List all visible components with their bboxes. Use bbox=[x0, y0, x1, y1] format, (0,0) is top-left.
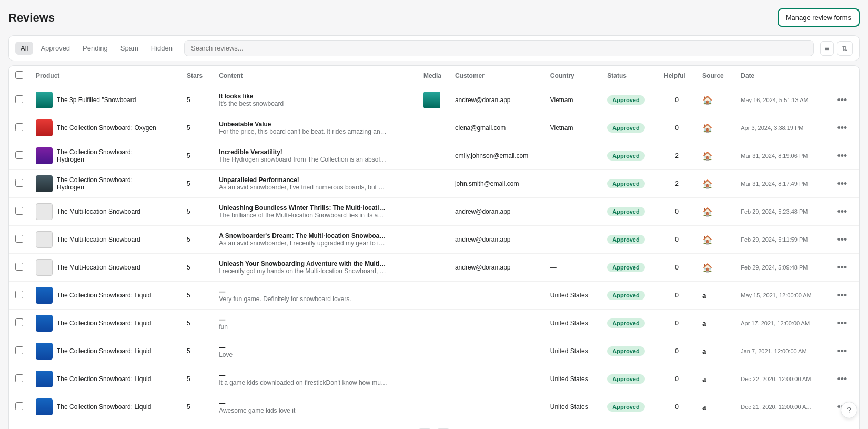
row-checkbox[interactable] bbox=[15, 346, 23, 354]
product-thumbnail bbox=[36, 147, 53, 164]
row-checkbox-cell[interactable] bbox=[9, 170, 29, 198]
row-checkbox-cell[interactable] bbox=[9, 142, 29, 170]
product-thumbnail bbox=[36, 259, 53, 276]
review-body: fun bbox=[219, 323, 387, 331]
product-name: The 3p Fulfilled "Snowboard bbox=[57, 96, 136, 104]
manage-review-forms-button[interactable]: Manage review forms bbox=[778, 8, 860, 27]
more-cell[interactable]: ••• bbox=[829, 86, 859, 114]
status-badge: Approved bbox=[607, 291, 644, 300]
status-cell: Approved bbox=[601, 254, 658, 282]
more-cell[interactable]: ••• bbox=[829, 226, 859, 254]
more-button[interactable]: ••• bbox=[835, 177, 849, 191]
customer-cell: andrew@doran.app bbox=[449, 86, 544, 114]
status-cell: Approved bbox=[601, 393, 658, 421]
search-input[interactable] bbox=[184, 40, 814, 56]
row-checkbox[interactable] bbox=[15, 318, 23, 326]
product-thumbnail bbox=[36, 175, 53, 192]
more-cell[interactable]: ••• bbox=[829, 337, 859, 365]
more-button[interactable]: ••• bbox=[835, 233, 849, 246]
country-cell: United States bbox=[544, 310, 601, 337]
status-badge: Approved bbox=[607, 95, 644, 105]
product-cell: The Collection Snowboard: Liquid bbox=[29, 393, 180, 421]
col-customer: Customer bbox=[449, 66, 544, 86]
tab-all[interactable]: All bbox=[15, 42, 33, 55]
more-button[interactable]: ••• bbox=[835, 205, 849, 218]
row-checkbox[interactable] bbox=[15, 123, 23, 131]
row-checkbox-cell[interactable] bbox=[9, 365, 29, 393]
more-button[interactable]: ••• bbox=[835, 94, 849, 107]
row-checkbox[interactable] bbox=[15, 291, 23, 298]
more-button[interactable]: ••• bbox=[835, 373, 849, 386]
more-cell[interactable]: ••• bbox=[829, 142, 859, 170]
review-title: — bbox=[219, 400, 387, 407]
row-checkbox[interactable] bbox=[15, 402, 23, 410]
date-cell: Mar 31, 2024, 8:17:49 PM bbox=[734, 170, 829, 198]
sort-icon-button[interactable]: ⇅ bbox=[837, 41, 853, 56]
select-all-header[interactable] bbox=[9, 66, 29, 86]
row-checkbox[interactable] bbox=[15, 374, 23, 382]
review-body: The Hydrogen snowboard from The Collecti… bbox=[219, 156, 387, 163]
row-checkbox-cell[interactable] bbox=[9, 114, 29, 142]
row-checkbox-cell[interactable] bbox=[9, 393, 29, 421]
more-button[interactable]: ••• bbox=[835, 122, 849, 135]
row-checkbox[interactable] bbox=[15, 235, 23, 243]
product-cell: The Multi-location Snowboard bbox=[29, 198, 180, 226]
more-cell[interactable]: ••• bbox=[829, 365, 859, 393]
review-body: It a game kids downloaded on firestickDo… bbox=[219, 379, 387, 386]
content-cell: — fun bbox=[213, 310, 417, 337]
reviews-table-body: The 3p Fulfilled "Snowboard 5 It looks l… bbox=[9, 86, 859, 421]
row-checkbox[interactable] bbox=[15, 179, 23, 187]
product-thumbnail bbox=[36, 287, 53, 304]
more-cell[interactable]: ••• bbox=[829, 170, 859, 198]
more-button[interactable]: ••• bbox=[835, 289, 849, 302]
helpful-cell: 0 bbox=[658, 198, 696, 226]
date-cell: May 16, 2024, 5:51:13 AM bbox=[734, 86, 829, 114]
stars-cell: 5 bbox=[180, 254, 213, 282]
tab-approved[interactable]: Approved bbox=[35, 42, 75, 55]
row-checkbox-cell[interactable] bbox=[9, 254, 29, 282]
row-checkbox[interactable] bbox=[15, 95, 23, 103]
row-checkbox-cell[interactable] bbox=[9, 86, 29, 114]
row-checkbox-cell[interactable] bbox=[9, 198, 29, 226]
product-name: The Collection Snowboard: Hydrogen bbox=[57, 176, 157, 191]
row-checkbox-cell[interactable] bbox=[9, 337, 29, 365]
country-cell: — bbox=[544, 226, 601, 254]
tab-pending[interactable]: Pending bbox=[77, 42, 113, 55]
helpful-cell: 2 bbox=[658, 142, 696, 170]
source-cell: 🏠 bbox=[696, 254, 734, 282]
row-checkbox-cell[interactable] bbox=[9, 310, 29, 337]
row-checkbox[interactable] bbox=[15, 151, 23, 159]
more-cell[interactable]: ••• bbox=[829, 198, 859, 226]
country-cell: — bbox=[544, 254, 601, 282]
select-all-checkbox[interactable] bbox=[15, 71, 23, 79]
row-checkbox-cell[interactable] bbox=[9, 226, 29, 254]
more-cell[interactable]: ••• bbox=[829, 310, 859, 337]
more-button[interactable]: ••• bbox=[835, 345, 849, 358]
more-button[interactable]: ••• bbox=[835, 149, 849, 163]
tab-spam[interactable]: Spam bbox=[115, 42, 144, 55]
more-cell[interactable]: ••• bbox=[829, 282, 859, 310]
media-cell bbox=[417, 282, 449, 310]
row-checkbox[interactable] bbox=[15, 207, 23, 215]
tab-hidden[interactable]: Hidden bbox=[146, 42, 178, 55]
status-cell: Approved bbox=[601, 365, 658, 393]
date-cell: Apr 3, 2024, 3:38:19 PM bbox=[734, 114, 829, 142]
help-button[interactable]: ? bbox=[841, 402, 857, 418]
col-helpful: Helpful bbox=[658, 66, 696, 86]
row-checkbox-cell[interactable] bbox=[9, 282, 29, 310]
media-thumbnail bbox=[423, 92, 440, 108]
row-checkbox[interactable] bbox=[15, 263, 23, 271]
helpful-cell: 0 bbox=[658, 114, 696, 142]
filter-icon-button[interactable]: ≡ bbox=[820, 41, 834, 56]
media-cell bbox=[417, 226, 449, 254]
product-cell: The Multi-location Snowboard bbox=[29, 254, 180, 282]
col-status: Status bbox=[601, 66, 658, 86]
more-cell[interactable]: ••• bbox=[829, 114, 859, 142]
stars-cell: 5 bbox=[180, 282, 213, 310]
helpful-cell: 0 bbox=[658, 310, 696, 337]
more-button[interactable]: ••• bbox=[835, 317, 849, 330]
table-row: The Multi-location Snowboard 5 A Snowboa… bbox=[9, 226, 859, 254]
more-button[interactable]: ••• bbox=[835, 261, 849, 274]
more-cell[interactable]: ••• bbox=[829, 254, 859, 282]
col-source: Source bbox=[696, 66, 734, 86]
